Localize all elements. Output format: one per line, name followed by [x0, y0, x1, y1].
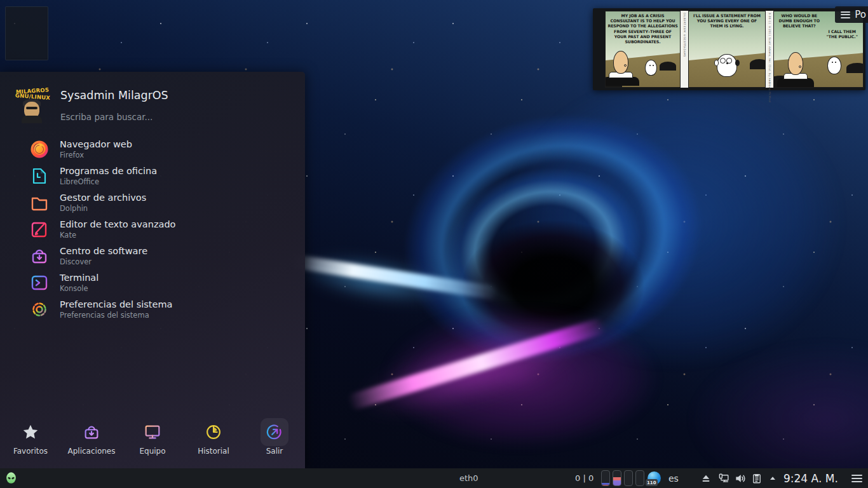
- comic-gutter-1: DILBERT.COM ©SCOTTADAMS: [681, 11, 688, 88]
- keyboard-layout-indicator[interactable]: es: [668, 468, 679, 488]
- konsole-icon: [29, 273, 50, 293]
- wallpaper-purple-haze: [648, 318, 868, 488]
- tab-label: Favoritos: [13, 447, 48, 456]
- user-name: Sysadmin MilagrOS: [60, 89, 270, 102]
- comic-character-boss: [788, 52, 814, 87]
- taskbar: eth0 0 | 0 110 es: [0, 468, 868, 488]
- firefox-icon: [29, 139, 50, 159]
- menu-item-label: Centro de software: [60, 246, 147, 257]
- tab-label: Aplicaciones: [68, 447, 116, 456]
- comic-chair: [846, 63, 864, 73]
- menu-tab-bar: Favoritos Aplicaciones Equipo: [0, 418, 305, 459]
- comic-panel-2: I'LL ISSUE A STATEMENT FROM YOU SAYING E…: [688, 11, 766, 88]
- network-monitor-label[interactable]: eth0: [459, 468, 478, 488]
- comic-character-consultant: [827, 57, 841, 74]
- clipboard-icon[interactable]: [750, 468, 764, 488]
- folder-view-widget[interactable]: [5, 6, 48, 60]
- wallpaper-blackhole-center: [438, 203, 667, 369]
- eject-icon[interactable]: [699, 468, 713, 488]
- menu-item-list: Navegador web Firefox Programas de ofici…: [0, 136, 305, 323]
- comic-panel-2-text: I'LL ISSUE A STATEMENT FROM YOU SAYING E…: [691, 13, 763, 29]
- digital-clock[interactable]: 9:24 A. M.: [783, 468, 838, 488]
- menu-item-software-center[interactable]: Centro de software Discover: [0, 243, 305, 269]
- menu-item-text-editor[interactable]: Editor de texto avanzado Kate: [0, 216, 305, 243]
- tab-favorites[interactable]: Favoritos: [0, 418, 61, 459]
- tab-label: Salir: [266, 447, 283, 456]
- menu-item-label: Gestor de archivos: [60, 193, 146, 203]
- tab-label: Equipo: [139, 447, 165, 456]
- widget-menu-icon[interactable]: [841, 11, 850, 18]
- wallpaper-pink-beam: [346, 317, 606, 411]
- menu-item-file-manager[interactable]: Gestor de archivos Dolphin: [0, 189, 305, 216]
- libreoffice-icon: [29, 166, 50, 186]
- search-input[interactable]: [60, 112, 270, 122]
- user-avatar[interactable]: MILAGROS GNU/LINUX: [15, 88, 50, 123]
- widget-menu-label: Po: [855, 9, 866, 20]
- comic-gutter-1-text: DILBERT.COM ©SCOTTADAMS: [683, 13, 686, 57]
- bag-icon: [81, 422, 102, 442]
- discover-icon: [29, 246, 50, 266]
- application-launcher-menu: MILAGROS GNU/LINUX Sysadmin MilagrOS: [0, 72, 305, 468]
- menu-item-web-browser[interactable]: Navegador web Firefox: [0, 136, 305, 163]
- panel-menu-icon[interactable]: [849, 468, 864, 488]
- comic-character-dogbert: [717, 54, 737, 77]
- wallpaper-vortex-ring-inner: [399, 122, 687, 373]
- widget-config-peek[interactable]: Po: [835, 6, 868, 23]
- gauge-1[interactable]: [601, 470, 610, 486]
- wallpaper-pink-beam-glow: [312, 290, 628, 453]
- tray-status-icon[interactable]: 110: [648, 468, 661, 488]
- network-counter[interactable]: 0 | 0: [575, 468, 593, 488]
- alien-icon: [4, 471, 18, 485]
- avatar-sunglasses: [26, 107, 37, 109]
- wallpaper-vortex-ring: [338, 49, 768, 428]
- exit-icon: [264, 422, 285, 442]
- folder-icon: [29, 193, 50, 213]
- comic-panel-3-text-right: I CALL THEM "THE PUBLIC.": [822, 29, 862, 39]
- menu-item-office[interactable]: Programas de oficina LibreOffice: [0, 163, 305, 189]
- avatar-torso: [22, 116, 42, 123]
- tab-leave[interactable]: Salir: [244, 418, 305, 459]
- menu-item-sublabel: Kate: [60, 231, 175, 240]
- kde-connect-icon[interactable]: [716, 468, 731, 488]
- tab-computer[interactable]: Equipo: [122, 418, 183, 459]
- gauge-4[interactable]: [635, 470, 644, 486]
- comic-character-boss: [613, 51, 639, 86]
- gauge-2[interactable]: [613, 470, 621, 486]
- menu-item-label: Editor de texto avanzado: [60, 219, 175, 230]
- comic-character-consultant: [645, 60, 657, 76]
- comic-strip-widget[interactable]: MY JOB AS A CRISIS CONSULTANT IS TO HELP…: [593, 8, 865, 90]
- blue-circle-icon: 110: [648, 471, 661, 485]
- comic-gutter-2: 3-30-11 ©2011 Scott Adams, Inc./Dist. by…: [766, 11, 773, 88]
- comic-panel-1: MY JOB AS A CRISIS CONSULTANT IS TO HELP…: [605, 11, 681, 88]
- volume-icon[interactable]: [733, 468, 748, 488]
- comic-chair: [660, 62, 676, 71]
- menu-item-sublabel: LibreOffice: [60, 178, 157, 186]
- monitor-icon: [142, 422, 163, 442]
- tab-history[interactable]: Historial: [183, 418, 244, 459]
- gear-icon: [29, 299, 50, 320]
- clock-icon: [203, 422, 224, 442]
- comic-panel-1-text: MY JOB AS A CRISIS CONSULTANT IS TO HELP…: [607, 13, 678, 44]
- menu-header: MILAGROS GNU/LINUX Sysadmin MilagrOS: [0, 72, 305, 123]
- menu-item-sublabel: Firefox: [60, 151, 132, 159]
- tab-label: Historial: [198, 447, 229, 456]
- tray-badge-count: 110: [646, 479, 658, 486]
- star-icon: [20, 422, 41, 442]
- menu-item-terminal[interactable]: Terminal Konsole: [0, 269, 305, 296]
- menu-item-sublabel: Discover: [60, 258, 147, 266]
- app-launcher-button[interactable]: [3, 468, 19, 488]
- menu-item-sublabel: Dolphin: [60, 205, 146, 213]
- menu-item-sublabel: Preferencias del sistema: [60, 311, 172, 320]
- comic-panel-3-text-left: WHO WOULD BE DUMB ENOUGH TO BELIEVE THAT…: [775, 13, 824, 29]
- menu-item-sublabel: Konsole: [60, 285, 98, 293]
- gauge-3[interactable]: [624, 470, 633, 486]
- menu-item-label: Programas de oficina: [60, 166, 157, 177]
- tab-applications[interactable]: Aplicaciones: [61, 418, 122, 459]
- comic-chair: [750, 59, 766, 69]
- system-monitor-gauges[interactable]: [601, 468, 644, 488]
- menu-item-label: Navegador web: [60, 139, 132, 150]
- menu-item-system-settings[interactable]: Preferencias del sistema Preferencias de…: [0, 296, 305, 323]
- wallpaper-white-beam: [289, 254, 498, 300]
- kate-icon: [29, 219, 50, 240]
- expand-tray-caret-icon[interactable]: [766, 468, 779, 488]
